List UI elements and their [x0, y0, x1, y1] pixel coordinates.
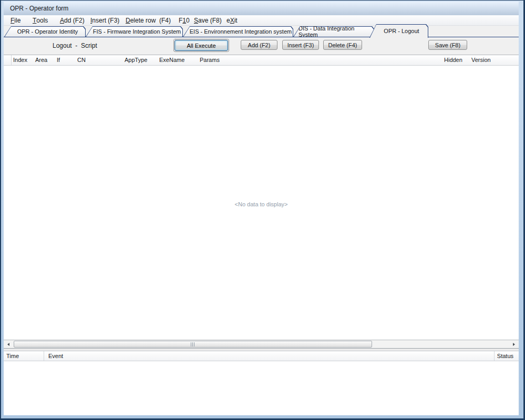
- column-header-area[interactable]: Area: [35, 57, 47, 63]
- menu-bar: File Tools Add (F2) Insert (F3) Delete r…: [4, 15, 519, 26]
- column-header-event[interactable]: Event: [48, 353, 63, 359]
- scroll-right-button[interactable]: [510, 341, 518, 348]
- column-separator: [44, 351, 44, 361]
- no-data-text: <No data to display>: [4, 201, 519, 207]
- menu-insert[interactable]: Insert (F3): [90, 15, 119, 26]
- tab-dis-data-integration-system[interactable]: DIS - Data Integration System: [293, 26, 374, 37]
- save-button[interactable]: Save (F8): [428, 40, 467, 50]
- insert-button[interactable]: Insert (F3): [282, 40, 319, 50]
- event-grid-header: Time Event Status: [4, 351, 519, 361]
- column-header-if[interactable]: If: [57, 57, 60, 63]
- event-grid-body: [4, 361, 519, 415]
- column-header-time[interactable]: Time: [6, 353, 19, 359]
- script-grid-header: Index Area If CN AppType ExeName Params …: [4, 55, 519, 66]
- column-header-exename[interactable]: ExeName: [159, 57, 184, 63]
- column-separator: [494, 351, 495, 361]
- menu-file[interactable]: File: [11, 15, 20, 26]
- column-header-status[interactable]: Status: [497, 353, 513, 359]
- all-execute-focus-ring: All Execute: [173, 39, 229, 52]
- menu-f10[interactable]: F10: [179, 15, 190, 26]
- column-header-index[interactable]: Index: [13, 57, 27, 63]
- menu-tools[interactable]: Tools: [33, 15, 48, 26]
- column-header-version[interactable]: Version: [471, 57, 491, 63]
- column-header-cn[interactable]: CN: [77, 57, 86, 63]
- column-header-hidden[interactable]: Hidden: [444, 57, 462, 63]
- menu-delete-row[interactable]: Delete row (F4): [126, 15, 171, 26]
- column-header-params[interactable]: Params: [200, 57, 220, 63]
- tab-eis-environnement-integration-system[interactable]: EIS - Environnement Integration system: [183, 26, 293, 37]
- scrollbar-grip-icon: [191, 342, 195, 346]
- tab-opr-operator-identity[interactable]: OPR - Operator Identity: [4, 26, 86, 37]
- menu-add[interactable]: Add (F2): [60, 15, 85, 26]
- column-header-apptype[interactable]: AppType: [125, 57, 147, 63]
- client-area: File Tools Add (F2) Insert (F3) Delete r…: [4, 15, 519, 415]
- scroll-left-icon: [7, 343, 9, 346]
- column-separator: [11, 55, 12, 65]
- window-title: OPR - Operator form: [10, 5, 68, 12]
- scroll-right-icon: [513, 343, 515, 346]
- scrollbar-thumb[interactable]: [14, 341, 372, 348]
- menu-exit[interactable]: eXit: [227, 15, 238, 26]
- menu-save[interactable]: Save (F8): [194, 15, 222, 26]
- tab-fis-firmware-integration-system[interactable]: FIS - Firmware Integration System: [86, 26, 183, 37]
- delete-button[interactable]: Delete (F4): [323, 40, 362, 50]
- all-execute-button[interactable]: All Execute: [174, 40, 228, 51]
- add-button[interactable]: Add (F2): [241, 40, 277, 50]
- tab-strip: OPR - Operator Identity FIS - Firmware I…: [4, 26, 519, 37]
- horizontal-scrollbar[interactable]: [4, 340, 519, 349]
- script-grid-body: <No data to display>: [4, 66, 519, 340]
- title-bar[interactable]: OPR - Operator form: [4, 2, 519, 15]
- application-window: OPR - Operator form File Tools Add (F2) …: [0, 0, 525, 420]
- tab-opr-logout[interactable]: OPR - Logout: [369, 24, 428, 38]
- window-frame: OPR - Operator form File Tools Add (F2) …: [1, 1, 523, 418]
- section-label: Logout - Script: [53, 42, 97, 49]
- toolbar: Logout - Script All Execute Add (F2) Ins…: [4, 37, 519, 55]
- scroll-left-button[interactable]: [4, 341, 13, 348]
